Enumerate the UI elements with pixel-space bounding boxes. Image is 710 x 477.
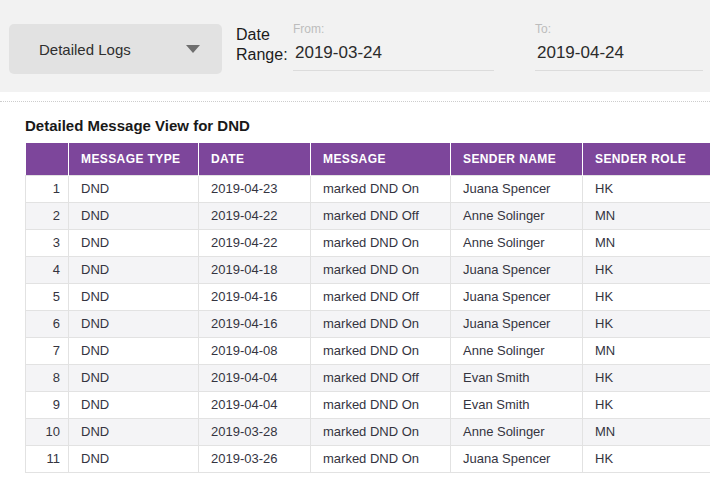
table-row: 6DND2019-04-16marked DND OnJuana Spencer…: [26, 310, 710, 337]
cell-type: DND: [69, 364, 199, 391]
cell-sender-role: HK: [583, 445, 710, 472]
cell-date: 2019-04-04: [199, 364, 311, 391]
cell-date: 2019-04-08: [199, 337, 311, 364]
cell-num: 6: [26, 310, 69, 337]
cell-num: 4: [26, 256, 69, 283]
from-label: From:: [293, 22, 494, 36]
date-range-label: Date Range:: [236, 25, 298, 65]
table-row: 2DND2019-04-22marked DND OffAnne Solinge…: [26, 202, 710, 229]
column-header-message-type: MESSAGE TYPE: [69, 143, 199, 175]
column-header-sender-role: SENDER ROLE: [583, 143, 710, 175]
cell-sender-name: Juana Spencer: [451, 445, 583, 472]
cell-sender-role: HK: [583, 256, 710, 283]
cell-type: DND: [69, 256, 199, 283]
cell-date: 2019-03-26: [199, 445, 311, 472]
cell-message: marked DND Off: [311, 202, 451, 229]
table-row: 11DND2019-03-26marked DND OnJuana Spence…: [26, 445, 710, 472]
cell-type: DND: [69, 175, 199, 202]
column-header-date: DATE: [199, 143, 311, 175]
table-row: 7DND2019-04-08marked DND OnAnne Solinger…: [26, 337, 710, 364]
cell-sender-name: Anne Solinger: [451, 418, 583, 445]
cell-sender-role: MN: [583, 418, 710, 445]
cell-sender-role: HK: [583, 283, 710, 310]
cell-message: marked DND On: [311, 256, 451, 283]
logs-type-dropdown-label: Detailed Logs: [39, 41, 131, 58]
cell-message: marked DND On: [311, 418, 451, 445]
cell-message: marked DND On: [311, 445, 451, 472]
cell-type: DND: [69, 310, 199, 337]
column-header-index: [26, 143, 69, 175]
table-row: 1DND2019-04-23marked DND OnJuana Spencer…: [26, 175, 710, 202]
cell-date: 2019-04-22: [199, 229, 311, 256]
cell-message: marked DND On: [311, 310, 451, 337]
section-divider: [0, 101, 710, 102]
chevron-down-icon: [186, 45, 200, 53]
filter-topbar: Detailed Logs Date Range: From: To:: [0, 0, 710, 92]
cell-message: marked DND On: [311, 337, 451, 364]
table-row: 10DND2019-03-28marked DND OnAnne Solinge…: [26, 418, 710, 445]
from-date-field: From:: [293, 22, 494, 71]
cell-type: DND: [69, 229, 199, 256]
messages-table: MESSAGE TYPE DATE MESSAGE SENDER NAME SE…: [25, 143, 710, 473]
cell-sender-role: MN: [583, 202, 710, 229]
cell-type: DND: [69, 418, 199, 445]
cell-num: 10: [26, 418, 69, 445]
cell-message: marked DND Off: [311, 364, 451, 391]
cell-type: DND: [69, 337, 199, 364]
cell-sender-role: HK: [583, 364, 710, 391]
cell-date: 2019-04-22: [199, 202, 311, 229]
cell-message: marked DND On: [311, 229, 451, 256]
cell-date: 2019-04-04: [199, 391, 311, 418]
page-title: Detailed Message View for DND: [25, 117, 710, 134]
logs-type-dropdown[interactable]: Detailed Logs: [9, 24, 222, 74]
main-content: Detailed Message View for DND MESSAGE TY…: [25, 117, 710, 473]
cell-date: 2019-04-16: [199, 283, 311, 310]
table-header-row: MESSAGE TYPE DATE MESSAGE SENDER NAME SE…: [26, 143, 710, 175]
cell-num: 1: [26, 175, 69, 202]
cell-num: 9: [26, 391, 69, 418]
cell-num: 3: [26, 229, 69, 256]
cell-num: 2: [26, 202, 69, 229]
cell-sender-role: HK: [583, 391, 710, 418]
cell-sender-name: Anne Solinger: [451, 229, 583, 256]
table-row: 5DND2019-04-16marked DND OffJuana Spence…: [26, 283, 710, 310]
cell-num: 11: [26, 445, 69, 472]
cell-sender-role: MN: [583, 337, 710, 364]
cell-sender-name: Evan Smith: [451, 391, 583, 418]
cell-type: DND: [69, 391, 199, 418]
cell-date: 2019-04-18: [199, 256, 311, 283]
cell-sender-role: HK: [583, 175, 710, 202]
cell-sender-name: Juana Spencer: [451, 175, 583, 202]
cell-message: marked DND Off: [311, 283, 451, 310]
table-row: 4DND2019-04-18marked DND OnJuana Spencer…: [26, 256, 710, 283]
table-row: 9DND2019-04-04marked DND OnEvan SmithHK: [26, 391, 710, 418]
cell-message: marked DND On: [311, 175, 451, 202]
cell-sender-name: Juana Spencer: [451, 256, 583, 283]
cell-sender-name: Anne Solinger: [451, 202, 583, 229]
table-row: 8DND2019-04-04marked DND OffEvan SmithHK: [26, 364, 710, 391]
cell-date: 2019-04-16: [199, 310, 311, 337]
cell-type: DND: [69, 445, 199, 472]
cell-sender-name: Anne Solinger: [451, 337, 583, 364]
cell-message: marked DND On: [311, 391, 451, 418]
from-date-input[interactable]: [293, 41, 494, 71]
cell-num: 5: [26, 283, 69, 310]
cell-sender-name: Juana Spencer: [451, 310, 583, 337]
to-date-field: To:: [535, 22, 703, 71]
cell-num: 7: [26, 337, 69, 364]
cell-sender-name: Juana Spencer: [451, 283, 583, 310]
to-date-input[interactable]: [535, 41, 703, 71]
cell-type: DND: [69, 283, 199, 310]
cell-num: 8: [26, 364, 69, 391]
cell-type: DND: [69, 202, 199, 229]
cell-date: 2019-04-23: [199, 175, 311, 202]
table-row: 3DND2019-04-22marked DND OnAnne Solinger…: [26, 229, 710, 256]
to-label: To:: [535, 22, 703, 36]
cell-date: 2019-03-28: [199, 418, 311, 445]
column-header-sender-name: SENDER NAME: [451, 143, 583, 175]
cell-sender-role: HK: [583, 310, 710, 337]
cell-sender-name: Evan Smith: [451, 364, 583, 391]
messages-table-body: 1DND2019-04-23marked DND OnJuana Spencer…: [26, 175, 710, 472]
column-header-message: MESSAGE: [311, 143, 451, 175]
cell-sender-role: MN: [583, 229, 710, 256]
